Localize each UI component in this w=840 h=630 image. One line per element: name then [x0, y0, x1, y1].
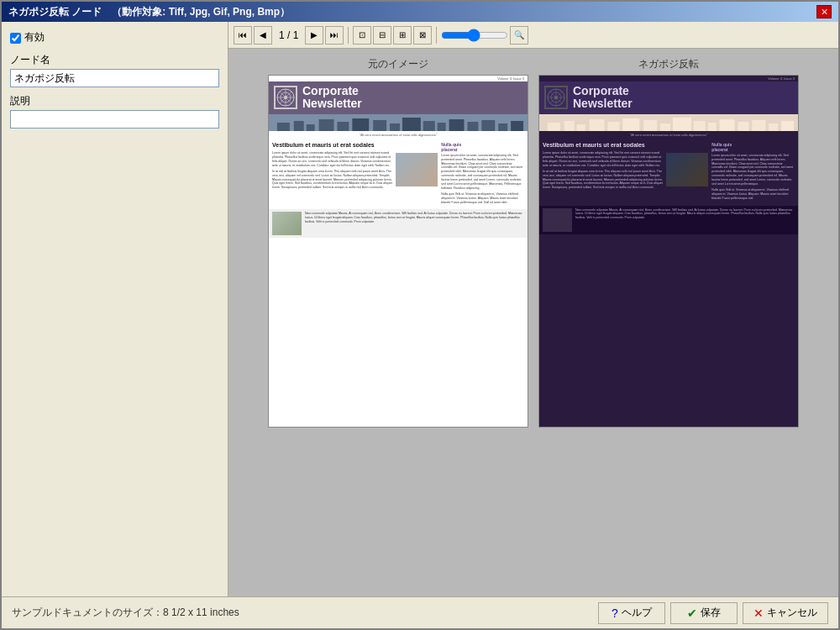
zoom-in-button[interactable]: 🔍 [510, 26, 528, 45]
inverted-preview-section: ネガポジ反転 Volume 3, Issue 3 [538, 57, 799, 428]
save-button[interactable]: ✔ 保存 [670, 602, 738, 624]
help-icon: ? [612, 606, 618, 620]
cityscape-svg-inv [539, 114, 798, 131]
svg-rect-16 [402, 118, 421, 131]
svg-rect-39 [660, 123, 670, 131]
right-panel: ⏮ ◀ 1 / 1 ▶ ⏭ ⊡ ⊟ [228, 22, 838, 596]
fit-height-icon: ⊟ [379, 30, 386, 39]
zoom-slider[interactable] [441, 29, 508, 42]
nl-bottom-text-inv: Nam commodo vulputate Mauris. At consequ… [575, 208, 795, 221]
nl-main-col-inv: Vestibulum et mauris ut erat sodales Lor… [543, 142, 708, 202]
enabled-checkbox[interactable] [10, 33, 21, 44]
svg-rect-33 [564, 121, 575, 131]
fit-page-button[interactable]: ⊞ [393, 26, 412, 45]
toolbar: ⏮ ◀ 1 / 1 ▶ ⏭ ⊡ ⊟ [228, 22, 838, 49]
svg-rect-13 [352, 118, 369, 131]
svg-rect-18 [438, 123, 446, 131]
save-icon: ✔ [687, 606, 697, 620]
actual-size-icon: ⊠ [419, 30, 426, 39]
title-bar: ネガポジ反転 ノード （動作対象: Tiff, Jpg, Gif, Png, B… [2, 2, 838, 22]
node-name-group: ノード名 ネガポジ反転 [10, 53, 219, 87]
title-bar-text: ネガポジ反転 ノード （動作対象: Tiff, Jpg, Gif, Png, B… [8, 5, 290, 19]
nl-title-orig: Corporate Newsletter [302, 85, 362, 111]
svg-rect-14 [373, 120, 386, 131]
prev-page-icon: ◀ [260, 30, 266, 39]
nl-volume-orig: Volume 3, Issue 3 [269, 76, 528, 81]
svg-rect-12 [337, 122, 349, 131]
status-bar: サンプルドキュメントのサイズ：8 1/2 x 11 inches ? ヘルプ ✔… [2, 596, 838, 628]
fit-page-icon: ⊞ [399, 30, 406, 39]
content-area: 有効 ノード名 ネガポジ反転 説明 ⏮ ◀ 1 / 1 [2, 22, 838, 596]
enabled-row: 有効 [10, 30, 219, 46]
help-label: ヘルプ [622, 606, 652, 620]
original-label: 元のイメージ [368, 57, 428, 71]
svg-rect-19 [449, 119, 465, 131]
nl-side-heading-inv: Nulla quisplacerat [711, 142, 795, 152]
enabled-label: 有効 [24, 30, 45, 45]
first-page-button[interactable]: ⏮ [234, 26, 252, 45]
svg-rect-37 [622, 118, 639, 131]
description-group: 説明 [10, 94, 219, 129]
svg-rect-21 [481, 120, 495, 131]
ornament-icon-inv [546, 87, 566, 108]
svg-rect-43 [720, 119, 735, 131]
cancel-icon: ✕ [753, 606, 764, 620]
nl-bottom-section-inv: Nam commodo vulputate Mauris. At consequ… [539, 206, 798, 234]
nl-bottom-text-orig: Nam commodo vulputate Mauris. At consequ… [305, 212, 524, 224]
nl-bottom-img-orig [272, 212, 302, 235]
nl-person-img-inv [666, 153, 708, 186]
last-page-button[interactable]: ⏭ [325, 26, 344, 45]
main-window: ネガポジ反転 ノード （動作対象: Tiff, Jpg, Gif, Png, B… [0, 0, 840, 630]
help-button[interactable]: ? ヘルプ [598, 602, 665, 624]
nl-person-img-orig [396, 153, 438, 186]
fit-height-button[interactable]: ⊟ [373, 26, 391, 45]
nl-volume-inv: Volume 3, Issue 3 [539, 76, 798, 81]
svg-rect-44 [738, 122, 748, 131]
nl-tagline-inv: "At vero eoset accusamus et iusto odio d… [539, 131, 798, 139]
status-text: サンプルドキュメントのサイズ：8 1/2 x 11 inches [12, 606, 239, 620]
svg-rect-11 [319, 119, 334, 131]
close-button[interactable]: ✕ [816, 5, 832, 18]
svg-rect-9 [294, 121, 304, 131]
svg-rect-38 [643, 120, 657, 131]
svg-rect-42 [708, 123, 717, 131]
nl-title-inv: Corporate Newsletter [573, 85, 633, 111]
nl-header-orig: Corporate Newsletter [269, 81, 528, 114]
nl-side-heading-orig: Nulla quisplacerat [441, 142, 524, 152]
svg-rect-20 [467, 122, 478, 131]
left-panel: 有効 ノード名 ネガポジ反転 説明 [2, 22, 228, 596]
nl-logo-inv [544, 86, 568, 109]
ornament-icon [276, 87, 296, 108]
cancel-button[interactable]: ✕ キャンセル [743, 602, 828, 624]
svg-rect-10 [307, 124, 315, 131]
nl-cityscape-orig [269, 114, 528, 131]
original-preview-section: 元のイメージ Volume 3, Issue 3 [268, 57, 528, 428]
actual-size-button[interactable]: ⊠ [413, 26, 432, 45]
svg-rect-47 [781, 121, 794, 131]
node-name-input[interactable]: ネガポジ反転 [10, 69, 219, 87]
description-input[interactable] [10, 110, 219, 129]
nl-body-orig: Vestibulum et mauris ut erat sodales Lor… [269, 139, 528, 210]
svg-rect-41 [694, 121, 706, 131]
svg-rect-34 [577, 124, 585, 131]
next-page-button[interactable]: ▶ [305, 26, 323, 45]
svg-rect-15 [390, 123, 400, 131]
cancel-label: キャンセル [767, 606, 817, 620]
nl-tagline-orig: "At vero eoset accusamus et iusto odio d… [269, 131, 528, 139]
description-label: 説明 [10, 94, 219, 108]
node-name-label: ノード名 [10, 53, 219, 67]
status-buttons: ? ヘルプ ✔ 保存 ✕ キャンセル [598, 602, 828, 624]
separator-1 [348, 27, 349, 44]
svg-rect-8 [277, 123, 290, 131]
nl-side-text-orig: Lorem ipsum dolor sit amet, consecrate a… [441, 154, 524, 191]
last-page-icon: ⏭ [330, 30, 339, 39]
svg-rect-45 [752, 120, 765, 131]
cityscape-svg-orig [269, 114, 528, 131]
svg-rect-17 [423, 121, 435, 131]
nl-cityscape-inv [539, 114, 798, 131]
nl-main-heading-orig: Vestibulum et mauris ut erat sodales [272, 142, 438, 149]
nl-side-text2-orig: Nulla quis Velit ut. Vivamus at aliquam … [441, 192, 524, 205]
fit-width-button[interactable]: ⊡ [353, 26, 371, 45]
prev-page-button[interactable]: ◀ [254, 26, 272, 45]
nl-side-col-orig: Nulla quisplacerat Lorem ipsum dolor sit… [441, 142, 524, 207]
